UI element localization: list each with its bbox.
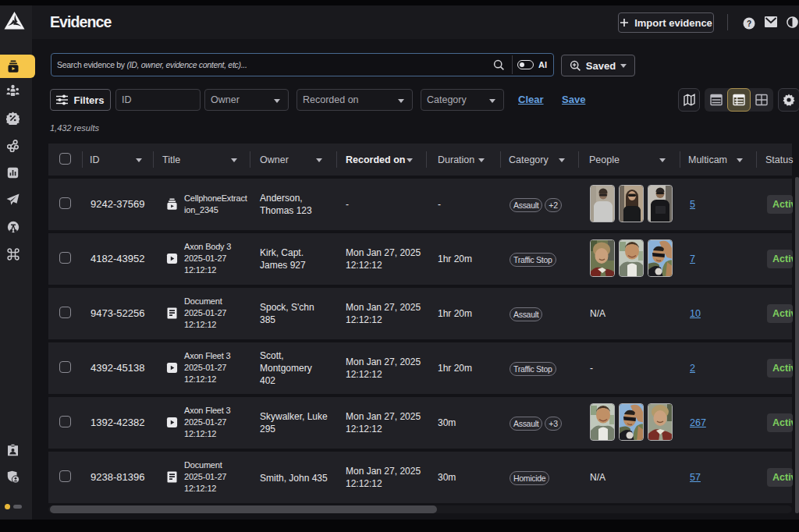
- svg-text:?: ?: [747, 20, 751, 28]
